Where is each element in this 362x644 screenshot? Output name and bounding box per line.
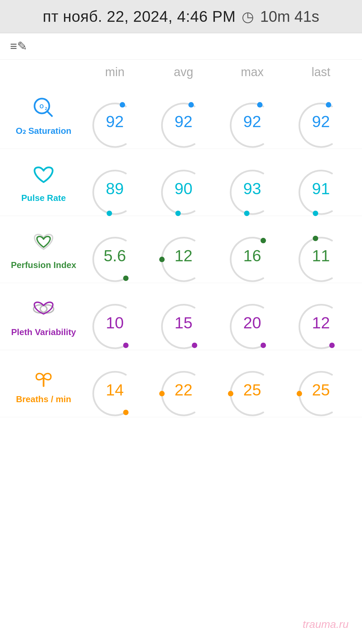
- col-min: min: [80, 65, 149, 79]
- metric-label-pleth: Pleth Variability: [7, 296, 80, 337]
- metric-label-pulse: Pulse Rate: [7, 161, 80, 203]
- svg-point-20: [260, 342, 266, 348]
- metric-label-o2: O 2 O₂ Saturation: [7, 94, 80, 136]
- breaths-name: Breaths / min: [16, 394, 71, 405]
- svg-point-14: [260, 238, 266, 243]
- svg-text:O: O: [40, 104, 44, 109]
- pleth-name: Pleth Variability: [11, 327, 76, 337]
- gauge-perfusion-2: 16: [218, 233, 287, 266]
- svg-point-21: [329, 342, 335, 348]
- gauge-value-pulse-2: 93: [227, 179, 278, 198]
- gauge-pulse-1: 90: [149, 166, 218, 199]
- timer-icon: ◷: [242, 8, 254, 25]
- gauge-o2-1: 92: [149, 99, 218, 132]
- gauge-perfusion-0: 5.6: [80, 233, 149, 266]
- metric-row-pulse: Pulse Rate 89 90: [0, 149, 362, 216]
- gauge-breaths-3: 25: [287, 367, 355, 400]
- metric-label-perfusion: Perfusion Index: [7, 228, 80, 270]
- gauge-value-perfusion-0: 5.6: [90, 247, 140, 265]
- gauge-pulse-2: 93: [218, 166, 287, 199]
- svg-point-4: [120, 102, 125, 107]
- svg-point-9: [175, 210, 181, 216]
- svg-point-8: [107, 210, 112, 216]
- svg-point-7: [326, 102, 331, 107]
- gauge-breaths-1: 22: [149, 367, 218, 400]
- gauge-pleth-1: 15: [149, 300, 218, 333]
- svg-line-1: [48, 112, 52, 116]
- watermark: trauma.ru: [303, 618, 349, 631]
- gauge-value-o2-3: 92: [296, 112, 346, 131]
- breaths-icon: [30, 363, 57, 391]
- gauge-pleth-2: 20: [218, 300, 287, 333]
- svg-point-5: [188, 102, 194, 107]
- gauge-o2-2: 92: [218, 99, 287, 132]
- gauge-value-breaths-1: 22: [159, 381, 209, 399]
- pulse-name: Pulse Rate: [21, 193, 66, 203]
- metric-row-pleth: Pleth Variability 10 15: [0, 283, 362, 350]
- gauge-value-pulse-3: 91: [296, 179, 346, 198]
- header-timer: 10m 41s: [260, 7, 319, 25]
- o2-icon: O 2: [30, 94, 57, 122]
- menu-edit-icon[interactable]: ≡✎: [10, 39, 27, 53]
- gauge-value-o2-2: 92: [227, 112, 278, 131]
- pulse-icon: [30, 161, 57, 190]
- perfusion-icon: [30, 228, 57, 257]
- metric-label-breaths: Breaths / min: [7, 363, 80, 405]
- gauge-value-pulse-0: 89: [90, 179, 140, 198]
- pleth-icon: [30, 296, 57, 324]
- gauge-value-breaths-0: 14: [90, 381, 140, 399]
- svg-point-11: [313, 210, 318, 216]
- o2-name: O₂ Saturation: [16, 126, 71, 136]
- gauge-value-breaths-2: 25: [227, 381, 278, 399]
- gauge-value-o2-1: 92: [159, 112, 209, 131]
- svg-point-15: [313, 235, 318, 241]
- gauge-value-breaths-3: 25: [296, 381, 346, 399]
- gauge-value-pleth-1: 15: [159, 314, 209, 332]
- gauge-breaths-2: 25: [218, 367, 287, 400]
- col-avg: avg: [149, 65, 218, 79]
- gauge-o2-3: 92: [287, 99, 355, 132]
- gauge-value-o2-0: 92: [90, 112, 140, 131]
- gauge-value-perfusion-2: 16: [227, 247, 278, 265]
- col-last: last: [287, 65, 355, 79]
- metric-row-breaths: Breaths / min 14 22: [0, 350, 362, 417]
- column-headers: min avg max last: [0, 60, 362, 82]
- gauge-pulse-3: 91: [287, 166, 355, 199]
- gauge-o2-0: 92: [80, 99, 149, 132]
- header-date: пт нояб. 22, 2024, 4:46 PM: [43, 7, 236, 25]
- metric-row-o2: O 2 O₂ Saturation 92 92: [0, 82, 362, 149]
- svg-point-22: [123, 410, 128, 415]
- perfusion-name: Perfusion Index: [11, 260, 76, 270]
- gauge-value-perfusion-3: 11: [296, 247, 346, 265]
- gauge-pleth-0: 10: [80, 300, 149, 333]
- gauge-value-pulse-1: 90: [159, 179, 209, 198]
- svg-point-19: [192, 342, 197, 348]
- gauge-breaths-0: 14: [80, 367, 149, 400]
- svg-point-12: [123, 275, 128, 281]
- gauge-value-pleth-2: 20: [227, 314, 278, 332]
- col-max: max: [218, 65, 287, 79]
- gauge-value-perfusion-1: 12: [159, 247, 209, 265]
- svg-text:2: 2: [45, 106, 47, 111]
- svg-point-10: [244, 210, 249, 216]
- gauge-pleth-3: 12: [287, 300, 355, 333]
- gauge-perfusion-3: 11: [287, 233, 355, 266]
- gauge-pulse-0: 89: [80, 166, 149, 199]
- gauge-value-pleth-3: 12: [296, 314, 346, 332]
- gauge-value-pleth-0: 10: [90, 314, 140, 332]
- svg-point-6: [257, 102, 262, 107]
- gauge-perfusion-1: 12: [149, 233, 218, 266]
- svg-point-18: [123, 342, 128, 348]
- header: пт нояб. 22, 2024, 4:46 PM ◷ 10m 41s: [0, 0, 362, 33]
- metrics-container: O 2 O₂ Saturation 92 92: [0, 82, 362, 417]
- metric-row-perfusion: Perfusion Index 5.6 12: [0, 216, 362, 283]
- toolbar: ≡✎: [0, 33, 362, 60]
